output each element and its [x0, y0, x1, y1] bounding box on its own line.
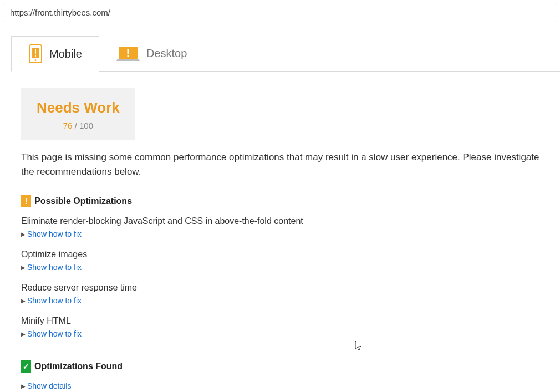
optimizations-found-section: ✓ Optimizations Found ▶ Show details — [21, 360, 550, 390]
show-how-to-fix-link[interactable]: ▶ Show how to fix — [21, 329, 550, 338]
show-how-to-fix-link[interactable]: ▶ Show how to fix — [21, 263, 550, 272]
warn-badge-icon: ! — [21, 195, 31, 207]
svg-rect-2 — [35, 49, 36, 54]
ok-badge-icon: ✓ — [21, 360, 31, 373]
score-value: 76 / 100 — [37, 121, 120, 130]
optimizations-found-header: ✓ Optimizations Found — [21, 360, 550, 373]
show-how-to-fix-link[interactable]: ▶ Show how to fix — [21, 296, 550, 305]
chevron-right-icon: ▶ — [21, 383, 26, 389]
show-link-label: Show how to fix — [27, 296, 82, 305]
possible-optimizations-header: ! Possible Optimizations — [21, 195, 550, 207]
optimization-title: Reduce server response time — [21, 283, 550, 293]
score-card: Needs Work 76 / 100 — [21, 88, 135, 140]
optimization-title: Eliminate render-blocking JavaScript and… — [21, 216, 550, 226]
optimization-title: Minify HTML — [21, 316, 550, 326]
possible-optimizations-title: Possible Optimizations — [34, 196, 132, 206]
show-details-link[interactable]: ▶ Show details — [21, 381, 550, 390]
svg-rect-6 — [127, 49, 129, 54]
tab-mobile-label: Mobile — [49, 48, 82, 60]
show-link-label: Show how to fix — [27, 263, 82, 272]
mobile-icon — [28, 44, 43, 63]
chevron-right-icon: ▶ — [21, 231, 26, 237]
optimization-item: Eliminate render-blocking JavaScript and… — [21, 216, 550, 238]
show-link-label: Show how to fix — [27, 329, 82, 338]
tab-mobile[interactable]: Mobile — [11, 36, 99, 72]
optimization-title: Optimize images — [21, 250, 550, 259]
chevron-right-icon: ▶ — [21, 331, 26, 337]
tab-desktop-label: Desktop — [146, 47, 187, 60]
desktop-icon — [116, 45, 140, 62]
optimization-item: Reduce server response time ▶ Show how t… — [21, 283, 550, 305]
tab-desktop[interactable]: Desktop — [99, 36, 204, 71]
chevron-right-icon: ▶ — [21, 298, 26, 304]
summary-text: This page is missing some common perform… — [21, 150, 542, 179]
show-details-label: Show details — [27, 381, 71, 390]
svg-rect-7 — [127, 55, 129, 57]
optimization-item: Optimize images ▶ Show how to fix — [21, 250, 550, 272]
svg-point-4 — [35, 59, 37, 61]
optimization-item: Minify HTML ▶ Show how to fix — [21, 316, 550, 338]
score-number: 76 — [63, 121, 73, 130]
main-content: Needs Work 76 / 100 This page is missing… — [0, 72, 560, 392]
optimizations-found-title: Optimizations Found — [34, 362, 123, 371]
tabs-container: Mobile Desktop — [11, 36, 560, 72]
chevron-right-icon: ▶ — [21, 264, 26, 271]
url-bar[interactable]: https://front.thirtybees.com/ — [3, 3, 557, 22]
show-link-label: Show how to fix — [27, 230, 82, 238]
score-status: Needs Work — [37, 99, 120, 116]
score-divider: / — [72, 121, 79, 130]
score-max: 100 — [79, 121, 93, 130]
svg-rect-3 — [35, 55, 36, 57]
show-how-to-fix-link[interactable]: ▶ Show how to fix — [21, 230, 550, 238]
